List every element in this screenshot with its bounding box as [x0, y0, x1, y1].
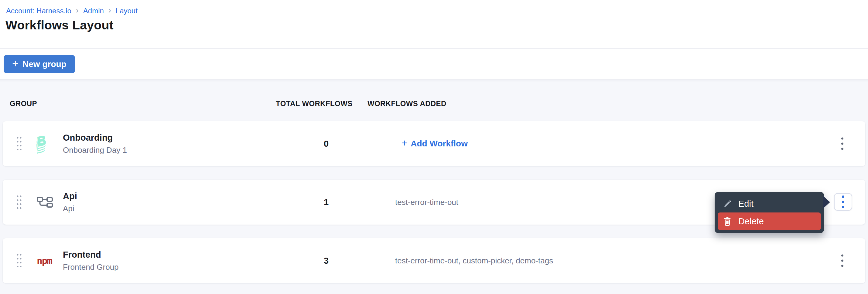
- stacked-layers-icon: B: [36, 133, 47, 149]
- pencil-icon: [722, 199, 732, 208]
- kebab-dot: [841, 143, 843, 145]
- breadcrumb-admin-link[interactable]: Admin: [83, 7, 104, 15]
- column-header-total-workflows: TOTAL WORKFLOWS: [276, 100, 352, 108]
- trash-icon: [722, 217, 732, 226]
- drag-handle-icon[interactable]: [16, 253, 22, 268]
- frontend-group-logo: npm: [37, 256, 56, 265]
- group-description: Api: [63, 204, 77, 213]
- group-title-block: Api Api: [63, 191, 77, 213]
- kebab-dot: [841, 265, 843, 267]
- column-header-group: GROUP: [10, 100, 37, 108]
- context-menu-arrow: [824, 196, 830, 208]
- kebab-dot: [841, 138, 843, 140]
- breadcrumb: Account: Harness.io › Admin › Layout: [6, 7, 137, 15]
- page-header: Account: Harness.io › Admin › Layout Wor…: [0, 0, 868, 79]
- menu-item-edit-label: Edit: [738, 199, 753, 209]
- table-row-frontend: npm Frontend Frontend Group 3 test-error…: [3, 238, 865, 283]
- kebab-dot: [841, 260, 843, 262]
- group-description: Frontend Group: [63, 262, 119, 272]
- new-group-button[interactable]: + New group: [4, 55, 75, 73]
- workflows-added-list: test-error-time-out: [395, 197, 458, 207]
- kebab-dot: [842, 200, 844, 203]
- breadcrumb-separator-icon: ›: [76, 6, 79, 14]
- row-menu-button[interactable]: [838, 252, 846, 270]
- menu-item-edit[interactable]: Edit: [718, 195, 821, 213]
- group-name: Api: [63, 191, 77, 201]
- groups-table: GROUP TOTAL WORKFLOWS WORKFLOWS ADDED B …: [0, 79, 868, 294]
- kebab-dot: [841, 148, 843, 150]
- column-header-workflows-added: WORKFLOWS ADDED: [368, 100, 446, 108]
- group-description: Onboarding Day 1: [63, 145, 127, 155]
- new-group-button-label: New group: [23, 60, 66, 69]
- api-group-logo: [37, 196, 56, 209]
- drag-handle-icon[interactable]: [16, 136, 22, 152]
- kebab-dot: [842, 206, 844, 208]
- npm-logo-icon: npm: [37, 256, 52, 265]
- group-name: Frontend: [63, 250, 119, 260]
- row-menu-button-active[interactable]: [834, 193, 852, 211]
- menu-item-delete-label: Delete: [738, 216, 764, 226]
- page-title: Workflows Layout: [5, 18, 114, 32]
- total-workflows-value: 1: [306, 197, 346, 207]
- menu-item-delete[interactable]: Delete: [718, 213, 821, 230]
- breadcrumb-separator-icon: ›: [108, 6, 111, 14]
- add-workflow-label: Add Workflow: [411, 139, 468, 149]
- workflows-layout-page: Account: Harness.io › Admin › Layout Wor…: [0, 0, 868, 294]
- onboarding-group-logo: B: [37, 137, 56, 150]
- workflow-tree-icon: [37, 196, 53, 209]
- table-row-api: Api Api 1 test-error-time-out: [3, 180, 865, 225]
- drag-handle-icon[interactable]: [16, 194, 22, 210]
- breadcrumb-layout-link[interactable]: Layout: [116, 7, 137, 15]
- total-workflows-value: 3: [306, 256, 346, 266]
- row-menu-button[interactable]: [838, 135, 846, 153]
- workflows-added-list: test-error-time-out, custom-picker, demo…: [395, 256, 553, 265]
- table-row-onboarding: B Onboarding Onboarding Day 1 0 + Add Wo…: [3, 121, 865, 166]
- kebab-dot: [842, 195, 844, 198]
- kebab-dot: [841, 255, 843, 257]
- plus-icon: +: [12, 58, 19, 69]
- breadcrumb-account-link[interactable]: Account: Harness.io: [6, 7, 71, 15]
- row-context-menu: Edit Delete: [715, 192, 824, 233]
- group-title-block: Onboarding Onboarding Day 1: [63, 133, 127, 155]
- header-divider: [0, 48, 868, 49]
- total-workflows-value: 0: [306, 139, 346, 149]
- group-name: Onboarding: [63, 133, 127, 143]
- add-workflow-button[interactable]: + Add Workflow: [402, 138, 468, 149]
- plus-icon: +: [402, 137, 407, 149]
- group-title-block: Frontend Frontend Group: [63, 250, 119, 272]
